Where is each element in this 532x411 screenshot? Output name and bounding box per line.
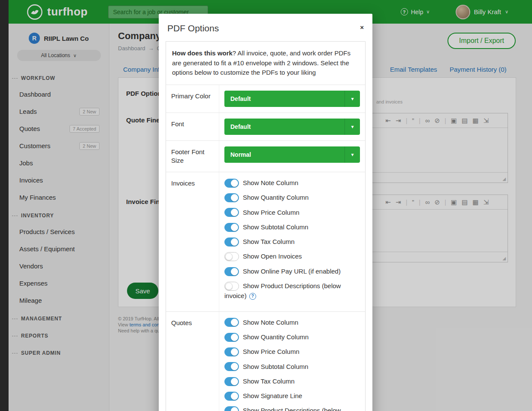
modal-intro: How does this work? All invoice, quote, … bbox=[166, 42, 365, 85]
toggle-switch[interactable] bbox=[224, 237, 239, 247]
toggle-item-show-note-column: Show Note Column bbox=[224, 178, 360, 188]
toggle-knob bbox=[231, 334, 238, 341]
row-control: Default▾ bbox=[219, 85, 365, 113]
toggle-knob bbox=[231, 363, 238, 370]
toggle-item-show-subtotal-column: Show Subtotal Column bbox=[224, 222, 360, 232]
toggle-label: Show Product Descriptions (below quote) bbox=[224, 407, 341, 411]
toggle-item-show-signature-line: Show Signature Line bbox=[224, 391, 360, 401]
modal-title: PDF Options bbox=[167, 23, 219, 33]
row-control: Default▾ bbox=[219, 113, 365, 140]
toggle-label: Show Quantity Column bbox=[243, 333, 308, 341]
toggle-switch[interactable] bbox=[224, 318, 239, 327]
toggle-label: Show Signature Line bbox=[243, 392, 302, 399]
toggle-label: Show Note Column bbox=[243, 319, 298, 326]
row-label: Font bbox=[166, 113, 219, 140]
row-label: Footer Font Size bbox=[166, 141, 219, 172]
pdf-options-modal: PDF Options × How does this work? All in… bbox=[159, 14, 372, 411]
caret-down-icon: ▾ bbox=[345, 91, 360, 107]
close-icon[interactable]: × bbox=[360, 24, 364, 30]
toggle-switch[interactable] bbox=[224, 347, 239, 356]
toggle-label: Show Tax Column bbox=[243, 378, 295, 385]
toggle-switch[interactable] bbox=[224, 193, 239, 202]
modal-form: How does this work? All invoice, quote, … bbox=[166, 41, 366, 411]
toggle-label: Show Tax Column bbox=[243, 238, 295, 245]
toggle-knob bbox=[225, 253, 233, 260]
row-control: Normal▾ bbox=[219, 141, 365, 172]
select-value: Default bbox=[224, 95, 345, 102]
toggle-item-show-price-column: Show Price Column bbox=[224, 347, 360, 356]
toggle-label: Show Online Pay URL (if enabled) bbox=[243, 268, 341, 275]
select-value: Normal bbox=[224, 151, 345, 158]
toggle-knob bbox=[231, 194, 238, 201]
toggle-knob bbox=[231, 378, 238, 385]
toggle-switch[interactable] bbox=[224, 179, 239, 188]
caret-down-icon: ▾ bbox=[345, 119, 360, 135]
toggle-switch[interactable] bbox=[224, 392, 239, 401]
form-row-quotes: QuotesShow Note ColumnShow Quantity Colu… bbox=[166, 311, 365, 411]
toggle-label: Show Note Column bbox=[243, 179, 298, 186]
toggle-knob bbox=[231, 180, 238, 187]
toggle-item-show-tax-column: Show Tax Column bbox=[224, 376, 360, 386]
toggle-label: Show Product Descriptions (below invoice… bbox=[224, 282, 341, 299]
form-row-primary-color: Primary ColorDefault▾ bbox=[166, 85, 365, 113]
toggle-item-show-product-descriptions-below-invoice: Show Product Descriptions (below invoice… bbox=[224, 281, 360, 301]
row-control: Show Note ColumnShow Quantity ColumnShow… bbox=[219, 172, 365, 311]
row-label: Quotes bbox=[166, 312, 219, 411]
toggle-item-show-subtotal-column: Show Subtotal Column bbox=[224, 362, 360, 371]
toggle-switch[interactable] bbox=[224, 333, 239, 342]
toggle-switch[interactable] bbox=[224, 282, 239, 291]
toggle-label: Show Price Column bbox=[243, 348, 299, 356]
row-label: Primary Color bbox=[166, 85, 219, 113]
modal-header: PDF Options × bbox=[159, 14, 372, 41]
toggle-item-show-quantity-column: Show Quantity Column bbox=[224, 332, 360, 342]
toggle-knob bbox=[231, 393, 238, 400]
toggle-switch[interactable] bbox=[224, 362, 239, 371]
toggle-item-show-note-column: Show Note Column bbox=[224, 317, 360, 327]
toggle-label: Show Subtotal Column bbox=[243, 223, 308, 231]
select-value: Default bbox=[224, 123, 345, 130]
toggle-knob bbox=[231, 209, 238, 216]
toggle-switch[interactable] bbox=[224, 223, 239, 232]
row-control: Show Note ColumnShow Quantity ColumnShow… bbox=[219, 312, 365, 411]
help-icon[interactable]: ? bbox=[249, 293, 256, 300]
toggle-knob bbox=[231, 224, 238, 231]
toggle-knob bbox=[231, 268, 238, 275]
intro-bold: How does this work bbox=[172, 49, 233, 57]
toggle-label: Show Subtotal Column bbox=[243, 363, 308, 370]
toggle-switch[interactable] bbox=[224, 252, 239, 261]
toggle-label: Show Price Column bbox=[243, 209, 299, 216]
toggle-item-show-quantity-column: Show Quantity Column bbox=[224, 192, 360, 202]
toggle-label: Show Quantity Column bbox=[243, 194, 308, 201]
form-row-footer-font-size: Footer Font SizeNormal▾ bbox=[166, 140, 365, 172]
toggle-switch[interactable] bbox=[224, 406, 239, 411]
font-select[interactable]: Default▾ bbox=[224, 119, 360, 135]
toggle-knob bbox=[231, 238, 238, 246]
form-row-invoices: InvoicesShow Note ColumnShow Quantity Co… bbox=[166, 172, 365, 311]
toggle-knob bbox=[225, 283, 233, 290]
form-row-font: FontDefault▾ bbox=[166, 113, 365, 140]
toggle-label: Show Open Invoices bbox=[243, 253, 302, 260]
row-label: Invoices bbox=[166, 172, 219, 311]
toggle-knob bbox=[231, 319, 238, 326]
toggle-switch[interactable] bbox=[224, 377, 239, 386]
toggle-item-show-price-column: Show Price Column bbox=[224, 207, 360, 217]
toggle-item-show-product-descriptions-below-quote: Show Product Descriptions (below quote)? bbox=[224, 405, 360, 411]
toggle-knob bbox=[231, 348, 238, 356]
primary-color-select[interactable]: Default▾ bbox=[224, 91, 360, 107]
app-window: turfhop ? Help ∨ Billy Kraft ∨ R RIIPL L… bbox=[9, 0, 532, 411]
toggle-knob bbox=[231, 407, 238, 411]
footer-font-size-select[interactable]: Normal▾ bbox=[224, 146, 360, 163]
toggle-item-show-online-pay-url-if-enabled: Show Online Pay URL (if enabled) bbox=[224, 266, 360, 276]
toggle-switch[interactable] bbox=[224, 267, 239, 276]
toggle-item-show-tax-column: Show Tax Column bbox=[224, 237, 360, 247]
caret-down-icon: ▾ bbox=[345, 146, 360, 163]
toggle-switch[interactable] bbox=[224, 208, 239, 217]
toggle-item-show-open-invoices: Show Open Invoices bbox=[224, 251, 360, 261]
